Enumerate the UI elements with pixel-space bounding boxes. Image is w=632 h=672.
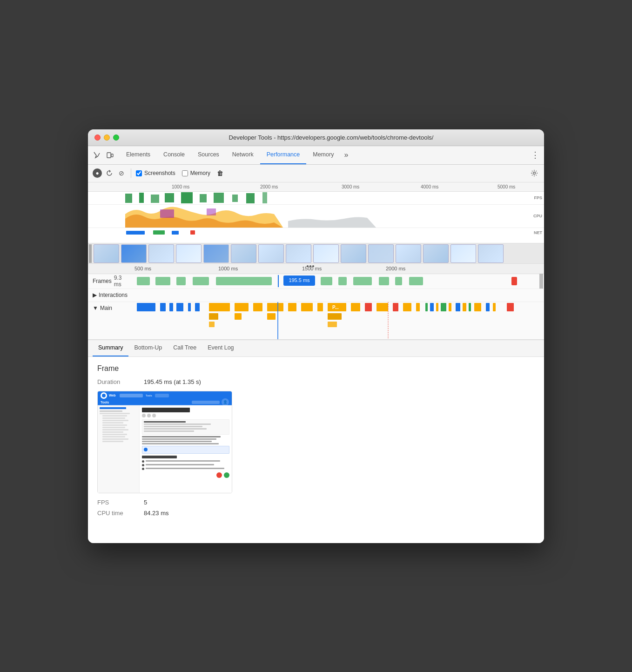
screenshot-thumb-4 [176, 244, 202, 263]
screenshots-checkbox-label[interactable]: Screenshots [136, 170, 175, 176]
clear-button[interactable]: ⊘ [117, 168, 126, 178]
tab-event-log[interactable]: Event Log [202, 340, 239, 356]
screenshot-thumb-10 [341, 244, 366, 263]
main-expand-arrow[interactable]: ▼ [93, 305, 98, 311]
tab-bottom-up[interactable]: Bottom-Up [128, 340, 168, 356]
timeline-overview: 1000 ms 2000 ms 3000 ms 4000 ms 5000 ms [88, 182, 544, 264]
svg-rect-35 [160, 303, 166, 311]
settings-icon[interactable] [529, 168, 539, 178]
bottom-ruler-2000: 2000 ms [386, 266, 405, 271]
more-options-icon[interactable]: ⋮ [530, 150, 540, 160]
device-toolbar-icon[interactable] [105, 150, 115, 160]
minimize-button[interactable] [104, 134, 110, 141]
svg-rect-53 [403, 303, 411, 311]
svg-rect-37 [176, 303, 183, 311]
performance-toolbar: ● ⊘ Screenshots Memory 🗑 [88, 165, 544, 182]
window-title: Developer Tools - https://developers.goo… [125, 134, 538, 141]
net-track-label: NET [534, 230, 542, 235]
detail-timeline-area: Frames 9.3 ms 195.5 ms [88, 274, 544, 340]
svg-rect-9 [214, 193, 224, 203]
svg-rect-10 [232, 195, 238, 202]
svg-rect-45 [301, 303, 313, 311]
delete-button[interactable]: 🗑 [217, 169, 223, 177]
mini-browser: Web Tools Tools 👤 [98, 391, 232, 493]
tab-summary[interactable]: Summary [93, 340, 128, 356]
tab-sources[interactable]: Sources [191, 146, 226, 164]
svg-rect-33 [511, 277, 517, 285]
reload-record-button[interactable] [105, 168, 114, 178]
svg-rect-56 [430, 303, 434, 311]
svg-rect-67 [209, 313, 218, 320]
tab-console[interactable]: Console [157, 146, 191, 164]
svg-rect-5 [151, 195, 159, 203]
screenshot-thumb-14 [450, 244, 476, 263]
svg-rect-71 [209, 322, 215, 327]
interactions-expand-arrow[interactable]: ▶ [93, 292, 97, 298]
svg-rect-60 [456, 303, 460, 311]
timeline-scrollbar[interactable] [539, 274, 543, 289]
tab-call-tree[interactable]: Call Tree [168, 340, 202, 356]
toolbar-end [529, 168, 539, 178]
ruler-mark-5000: 5000 ms [498, 184, 515, 189]
svg-rect-11 [246, 193, 255, 203]
screenshot-thumb-13 [423, 244, 449, 263]
svg-rect-19 [137, 277, 150, 285]
frame-screenshot-preview: Web Tools Tools 👤 [97, 391, 232, 493]
frames-timeline: 195.5 ms [134, 274, 544, 289]
svg-rect-58 [441, 303, 446, 311]
svg-rect-63 [474, 303, 481, 311]
summary-duration-row: Duration 195.45 ms (at 1.35 s) [97, 378, 535, 385]
svg-rect-8 [200, 194, 207, 202]
svg-rect-23 [216, 277, 272, 285]
tab-bar: Elements Console Sources Network Perform… [88, 146, 544, 165]
svg-text:P...: P... [332, 305, 339, 310]
svg-rect-38 [188, 303, 191, 311]
main-timeline: P... [134, 302, 544, 339]
svg-rect-30 [379, 277, 389, 285]
svg-rect-69 [267, 313, 276, 320]
toolbar-divider-1 [131, 168, 131, 178]
interactions-row: ▶ Interactions [88, 289, 544, 302]
close-button[interactable] [94, 134, 101, 141]
tab-bar-icons [92, 150, 115, 160]
screenshot-thumb-8 [286, 244, 311, 263]
svg-rect-68 [235, 313, 242, 320]
screenshot-thumb-1 [94, 244, 119, 263]
summary-panel: Frame Duration 195.45 ms (at 1.35 s) Web… [88, 357, 544, 543]
svg-rect-42 [253, 303, 262, 311]
tab-network[interactable]: Network [226, 146, 260, 164]
svg-rect-18 [190, 230, 195, 235]
svg-text:195.5 ms: 195.5 ms [289, 277, 310, 283]
cpu-track-label: CPU [533, 214, 542, 218]
svg-rect-54 [416, 303, 420, 311]
svg-rect-22 [193, 277, 209, 285]
tab-memory[interactable]: Memory [306, 146, 340, 164]
more-tabs-button[interactable]: » [340, 151, 352, 159]
svg-rect-36 [169, 303, 173, 311]
tab-performance[interactable]: Performance [260, 146, 307, 164]
svg-rect-14 [207, 208, 216, 215]
summary-cpu-row: CPU time 84.23 ms [97, 510, 535, 517]
screenshot-thumb-2 [121, 244, 147, 263]
svg-rect-55 [425, 303, 428, 311]
duration-value: 195.45 ms (at 1.35 s) [144, 378, 201, 385]
fullscreen-button[interactable] [113, 134, 119, 141]
title-bar: Developer Tools - https://developers.goo… [88, 129, 544, 146]
svg-rect-32 [409, 277, 423, 285]
tab-elements[interactable]: Elements [120, 146, 157, 164]
main-row: ▼ Main [88, 302, 544, 340]
svg-rect-13 [160, 209, 174, 218]
record-button[interactable]: ● [93, 168, 102, 178]
screenshot-thumb-3 [148, 244, 174, 263]
screenshot-thumb-12 [396, 244, 421, 263]
memory-checkbox-label[interactable]: Memory [182, 170, 210, 176]
svg-rect-17 [172, 231, 179, 235]
svg-rect-65 [493, 303, 496, 311]
inspector-icon[interactable] [92, 150, 102, 160]
svg-rect-31 [395, 277, 402, 285]
screenshots-checkbox[interactable] [136, 170, 142, 176]
svg-rect-49 [351, 303, 360, 311]
svg-rect-44 [288, 303, 296, 311]
memory-checkbox[interactable] [182, 170, 188, 176]
svg-rect-0 [107, 153, 111, 158]
